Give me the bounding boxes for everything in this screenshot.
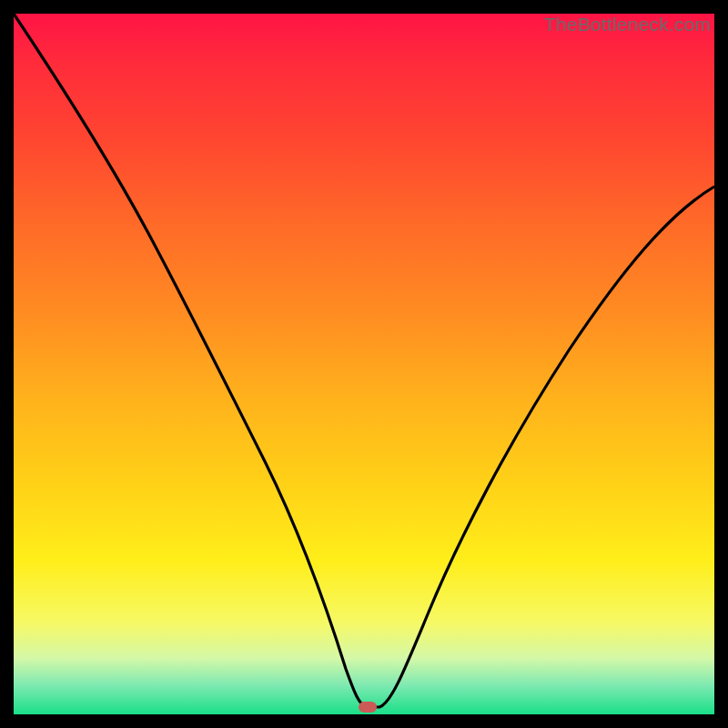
plot-area: TheBottleneck.com (14, 14, 714, 714)
bottleneck-marker (359, 702, 377, 713)
bottleneck-curve-path (14, 14, 714, 707)
chart-frame: TheBottleneck.com (0, 0, 728, 728)
curve-svg (14, 14, 714, 714)
